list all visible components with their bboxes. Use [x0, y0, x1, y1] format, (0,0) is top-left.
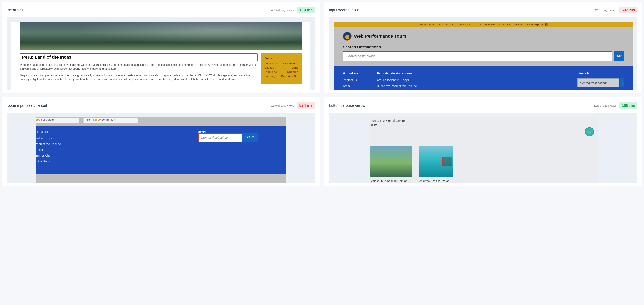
card-meta: 22% of page views 632 ms — [594, 7, 637, 13]
screenshot: This is a demo page - the data is not re… — [334, 22, 633, 90]
pageviews-text: 22% of page views — [594, 8, 616, 12]
footer-link[interactable]: dapest: Pearl of the Danube — [36, 142, 61, 146]
element-card-details-h1[interactable]: .details h1 40% of page views 120 ms Per… — [2, 2, 320, 93]
preview-area: Peru: Land of the Incas Peru, the Land o… — [7, 17, 315, 90]
preview-area: This is a demo page - the data is not re… — [329, 17, 637, 90]
screenshot: Peru: Land of the Incas Peru, the Land o… — [11, 22, 310, 90]
fact-value: Spanish — [287, 70, 298, 73]
thumb-image — [370, 146, 412, 177]
highlighted-element: Peru: Land of the Incas — [20, 53, 258, 61]
timing-badge: 120 ms — [297, 7, 315, 13]
fact-label: Language: — [264, 70, 278, 73]
footer-link[interactable]: s: City of Light — [36, 148, 61, 151]
thumb-image: → — [419, 146, 453, 177]
carousel-item-title: Rome: The Eternal City from $649 — [370, 119, 596, 127]
footer-heading: About us — [343, 71, 358, 75]
footer-search-button[interactable]: Search — [242, 133, 258, 142]
selector-text: input.search-input — [329, 8, 359, 12]
site-footer: ular destinations und Iceland in 8 days … — [36, 126, 286, 174]
footer-heading: Search — [577, 71, 624, 75]
element-card-carousel-arrow[interactable]: button.carousel-arrow 11% of page views … — [324, 97, 642, 186]
screenshot: Rome: The Eternal City from $649 Málaga:… — [369, 117, 598, 183]
timing-badge: 632 ms — [620, 7, 637, 13]
footer-heading: ular destinations — [36, 130, 61, 134]
card-meta: 40% of page views 120 ms — [271, 7, 315, 13]
card-header: input.search-input 22% of page views 632… — [329, 7, 637, 13]
timing-badge: 824 ms — [297, 102, 315, 109]
price-card: rom $1399 per person — [36, 118, 79, 123]
card-meta: 11% of page views 168 ms — [594, 102, 637, 109]
search-button[interactable]: Search — [614, 51, 624, 61]
footer-link[interactable]: Around Iceland in 8 days — [377, 78, 417, 82]
site-footer: About us Contact us Team Popular destina… — [334, 66, 633, 90]
footer-link[interactable]: Contact us — [343, 78, 358, 82]
site-logo-icon — [343, 32, 352, 40]
fact-value: Lima — [292, 66, 298, 69]
footer-link[interactable]: Team — [343, 84, 358, 88]
svg-rect-0 — [588, 130, 591, 133]
banner-brand: DebugBear — [529, 23, 544, 26]
fact-label: Capital: — [264, 66, 274, 69]
svg-point-2 — [590, 131, 590, 131]
footer-search-input[interactable]: Search destinations — [198, 133, 242, 142]
footer-heading: Search — [198, 130, 258, 133]
footer-link[interactable]: und Iceland in 8 days — [36, 136, 61, 140]
svg-point-1 — [588, 131, 589, 131]
paragraph: Begin your Peruvian journey in Lima, the… — [20, 73, 258, 81]
footer-heading: Popular destinations — [377, 71, 417, 75]
banner-text: This is a demo page - the data is not re… — [419, 23, 530, 26]
selector-text: footer input.search-input — [7, 103, 47, 108]
selector-text: .details h1 — [7, 8, 24, 12]
fact-label: Population: — [264, 62, 278, 65]
screenshot: rom $1399 per person From $1699 per pers… — [36, 117, 286, 183]
paragraph: Peru, the Land of the Incas, is a countr… — [20, 63, 258, 71]
fact-value: 32.5 million — [283, 62, 298, 65]
element-card-footer-search-input[interactable]: footer input.search-input 22% of page vi… — [2, 97, 320, 186]
fact-label: Currency: — [264, 74, 276, 78]
fact-value: Peruvian Sol — [281, 74, 298, 78]
page-title: Peru: Land of the Incas — [22, 54, 256, 60]
card-header: .details h1 40% of page views 120 ms — [7, 7, 315, 13]
footer-link[interactable]: : Island of the Gods — [36, 160, 61, 163]
facts-heading: Facts — [264, 56, 298, 60]
preview-area: Rome: The Eternal City from $649 Málaga:… — [329, 113, 637, 183]
pageviews-text: 11% of page views — [594, 104, 616, 107]
footer-link[interactable]: Budapest: Pearl of the Danube — [377, 84, 417, 88]
thumb-caption: Málaga: Sun-Soaked Gem of — [370, 179, 412, 183]
site-name: Web Performance Tours — [354, 33, 406, 39]
thumb-caption: Maldives: Tropical Parad — [419, 179, 453, 183]
element-card-search-input[interactable]: input.search-input 22% of page views 632… — [324, 2, 642, 93]
footer-search-input[interactable]: Search destinations — [577, 78, 619, 87]
carousel-thumb[interactable]: → Maldives: Tropical Parad — [419, 146, 453, 183]
timing-badge: 168 ms — [620, 102, 637, 109]
hero-image — [20, 22, 302, 50]
chat-icon[interactable] — [585, 127, 594, 136]
carousel-thumb[interactable]: Málaga: Sun-Soaked Gem of — [370, 146, 412, 183]
footer-link[interactable]: ne: The Eternal City — [36, 154, 61, 157]
preview-area: rom $1399 per person From $1699 per pers… — [7, 113, 315, 183]
footer-search-button[interactable]: S — [620, 78, 624, 87]
price-card: From $1699 per person — [83, 118, 138, 123]
card-header: footer input.search-input 22% of page vi… — [7, 102, 315, 109]
carousel-arrow-button[interactable]: → — [442, 157, 452, 166]
pageviews-text: 40% of page views — [271, 8, 294, 12]
demo-banner: This is a demo page - the data is not re… — [334, 22, 633, 27]
search-heading: Search Destinations — [343, 45, 624, 49]
card-meta: 22% of page views 824 ms — [271, 102, 315, 109]
search-input[interactable]: Search destinations — [343, 51, 612, 61]
facts-panel: Facts Population:32.5 million Capital:Li… — [261, 53, 302, 84]
card-header: button.carousel-arrow 11% of page views … — [329, 102, 637, 109]
pageviews-text: 22% of page views — [271, 104, 294, 107]
selector-text: button.carousel-arrow — [329, 103, 365, 108]
